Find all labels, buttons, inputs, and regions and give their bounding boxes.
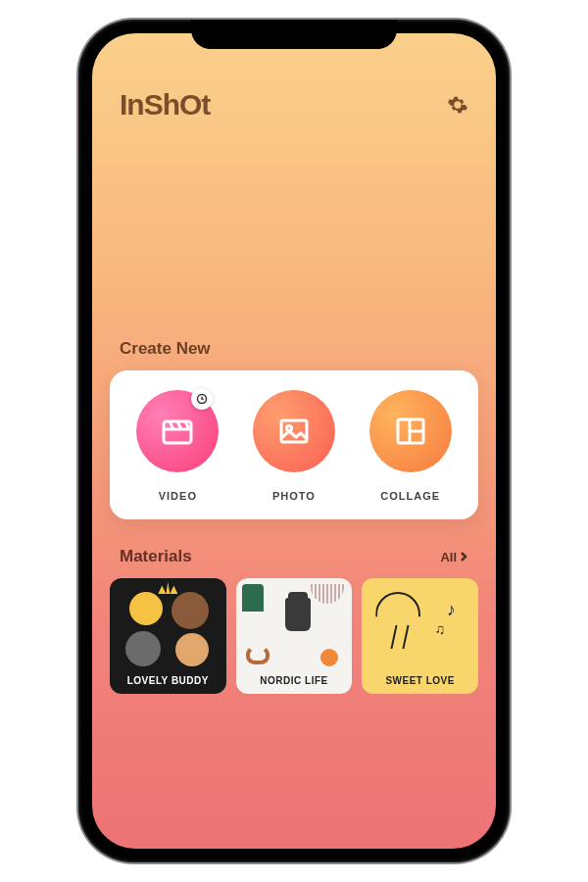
grid-icon: [391, 412, 430, 451]
material-nordic-life[interactable]: NORDIC LIFE: [236, 578, 353, 694]
material-label: SWEET LOVE: [385, 675, 455, 686]
all-label: All: [440, 550, 457, 564]
create-new-label: Create New: [92, 339, 496, 370]
create-photo-button[interactable]: PHOTO: [253, 390, 335, 502]
image-icon: [274, 412, 314, 451]
materials-header: Materials All: [92, 519, 496, 578]
clapperboard-icon: [158, 412, 197, 451]
svg-rect-6: [281, 420, 307, 442]
chevron-right-icon: [459, 552, 468, 562]
gear-icon[interactable]: [447, 94, 468, 116]
photo-circle: [253, 390, 335, 472]
create-photo-label: PHOTO: [272, 490, 316, 502]
create-collage-label: COLLAGE: [380, 490, 440, 502]
hero-spacer: [92, 133, 496, 339]
create-video-label: VIDEO: [159, 490, 197, 502]
collage-circle: [369, 390, 452, 472]
materials-row: LOVELY BUDDY NORDIC LIFE ♫ SWEET LOVE: [92, 578, 496, 710]
material-label: NORDIC LIFE: [260, 675, 327, 686]
create-video-button[interactable]: VIDEO: [136, 390, 219, 502]
material-lovely-buddy[interactable]: LOVELY BUDDY: [110, 578, 226, 694]
create-collage-button[interactable]: COLLAGE: [369, 390, 452, 502]
materials-all-link[interactable]: All: [440, 550, 468, 564]
clock-icon: [196, 393, 208, 405]
materials-title: Materials: [120, 547, 192, 566]
app-logo: InShOt: [120, 88, 210, 122]
device-notch: [191, 20, 397, 49]
material-label: LOVELY BUDDY: [127, 675, 209, 686]
phone-frame: InShOt Create New: [78, 20, 510, 862]
create-new-card: VIDEO PHOTO: [110, 370, 478, 519]
app-screen: InShOt Create New: [92, 33, 496, 849]
material-sweet-love[interactable]: ♫ SWEET LOVE: [362, 578, 478, 694]
